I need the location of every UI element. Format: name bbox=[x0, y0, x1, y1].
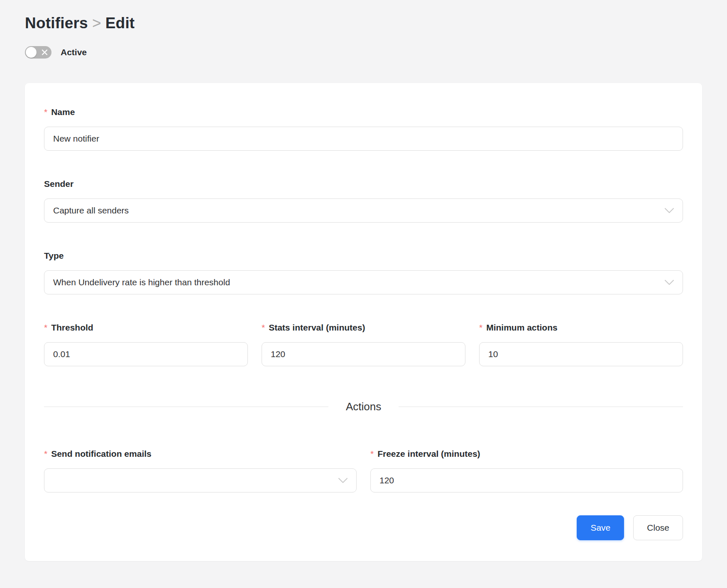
form-button-row: Save Close bbox=[44, 515, 683, 540]
active-toggle-label: Active bbox=[61, 47, 87, 57]
threshold-label: Threshold bbox=[51, 323, 93, 333]
close-button[interactable]: Close bbox=[633, 515, 683, 540]
stats-interval-field-group: * Stats interval (minutes) bbox=[262, 323, 465, 366]
type-field-group: Type When Undelivery rate is higher than… bbox=[44, 251, 683, 294]
actions-settings-row: * Send notification emails * Freeze inte… bbox=[44, 449, 683, 492]
required-asterisk: * bbox=[44, 449, 47, 459]
threshold-settings-row: * Threshold * Stats interval (minutes) *… bbox=[44, 323, 683, 366]
freeze-interval-field-group: * Freeze interval (minutes) bbox=[370, 449, 683, 492]
page: Notifiers>Edit Active * Name Sender bbox=[0, 0, 727, 561]
sender-field-group: Sender Capture all senders bbox=[44, 179, 683, 223]
divider-line bbox=[399, 407, 683, 407]
minimum-actions-field-group: * Minimum actions bbox=[479, 323, 683, 366]
freeze-interval-input[interactable] bbox=[370, 468, 683, 492]
toggle-knob bbox=[26, 47, 37, 58]
minimum-actions-label: Minimum actions bbox=[486, 323, 558, 333]
breadcrumb: Notifiers>Edit bbox=[25, 13, 702, 33]
required-asterisk: * bbox=[262, 323, 265, 333]
sender-label: Sender bbox=[44, 179, 73, 189]
actions-divider-title: Actions bbox=[328, 400, 399, 413]
send-notification-emails-field-group: * Send notification emails bbox=[44, 449, 357, 492]
type-label-row: Type bbox=[44, 251, 683, 261]
divider-line bbox=[44, 407, 328, 407]
type-label: Type bbox=[44, 251, 64, 261]
actions-divider: Actions bbox=[44, 400, 683, 413]
send-notification-emails-label: Send notification emails bbox=[51, 449, 152, 459]
threshold-label-row: * Threshold bbox=[44, 323, 248, 333]
type-select-value: When Undelivery rate is higher than thre… bbox=[53, 277, 230, 287]
chevron-down-icon bbox=[664, 279, 674, 285]
required-asterisk: * bbox=[44, 323, 47, 333]
sender-label-row: Sender bbox=[44, 179, 683, 189]
active-toggle-row: Active bbox=[25, 46, 702, 59]
send-notification-emails-label-row: * Send notification emails bbox=[44, 449, 357, 459]
minimum-actions-input[interactable] bbox=[479, 342, 683, 366]
name-label: Name bbox=[51, 107, 75, 117]
send-notification-emails-select[interactable] bbox=[44, 468, 357, 492]
page-title: Edit bbox=[105, 15, 135, 32]
freeze-interval-label: Freeze interval (minutes) bbox=[377, 449, 480, 459]
stats-interval-input[interactable] bbox=[262, 342, 465, 366]
type-select[interactable]: When Undelivery rate is higher than thre… bbox=[44, 270, 683, 294]
freeze-interval-label-row: * Freeze interval (minutes) bbox=[370, 449, 683, 459]
stats-interval-label-row: * Stats interval (minutes) bbox=[262, 323, 465, 333]
breadcrumb-separator: > bbox=[88, 15, 105, 32]
required-asterisk: * bbox=[370, 449, 374, 459]
sender-select[interactable]: Capture all senders bbox=[44, 198, 683, 223]
name-label-row: * Name bbox=[44, 107, 683, 117]
save-button[interactable]: Save bbox=[577, 515, 624, 540]
threshold-field-group: * Threshold bbox=[44, 323, 248, 366]
threshold-input[interactable] bbox=[44, 342, 248, 366]
required-asterisk: * bbox=[44, 107, 47, 117]
x-icon bbox=[42, 49, 48, 56]
chevron-down-icon bbox=[664, 208, 674, 213]
chevron-down-icon bbox=[338, 478, 348, 483]
active-toggle[interactable] bbox=[25, 46, 51, 59]
stats-interval-label: Stats interval (minutes) bbox=[269, 323, 365, 333]
breadcrumb-section[interactable]: Notifiers bbox=[25, 15, 88, 32]
notifier-form-card: * Name Sender Capture all senders Type bbox=[25, 83, 702, 561]
required-asterisk: * bbox=[479, 323, 482, 333]
sender-select-value: Capture all senders bbox=[53, 206, 129, 216]
name-input[interactable] bbox=[44, 127, 683, 151]
minimum-actions-label-row: * Minimum actions bbox=[479, 323, 683, 333]
name-field-group: * Name bbox=[44, 107, 683, 151]
